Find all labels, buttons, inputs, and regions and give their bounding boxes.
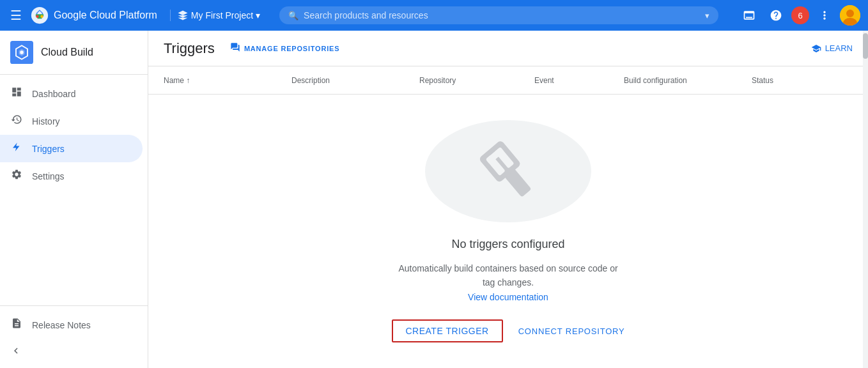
top-nav-icons: 6 — [738, 4, 860, 27]
learn-label: LEARN — [825, 43, 853, 53]
user-avatar[interactable] — [840, 5, 860, 26]
search-bar[interactable]: 🔍 ▾ — [279, 6, 718, 24]
project-selector[interactable]: My First Project ▾ — [170, 10, 260, 21]
sidebar-label-dashboard: Dashboard — [32, 89, 76, 99]
more-options-button[interactable] — [813, 4, 836, 27]
table-header: Name ↑ Description Repository Event Buil… — [148, 66, 868, 95]
col-name[interactable]: Name ↑ — [164, 76, 291, 85]
col-desc-label: Description — [291, 76, 330, 85]
sidebar-label-release-notes: Release Notes — [32, 320, 91, 330]
svg-point-1 — [36, 15, 38, 18]
sidebar-item-dashboard[interactable]: Dashboard — [0, 80, 143, 107]
col-status-label: Status — [752, 76, 773, 85]
col-description: Description — [291, 76, 419, 85]
settings-icon — [10, 169, 23, 183]
main-layout: Cloud Build Dashboard History Triggers — [0, 31, 868, 368]
sidebar-item-settings[interactable]: Settings — [0, 162, 143, 190]
cloud-shell-button[interactable] — [738, 4, 761, 27]
col-repository: Repository — [419, 76, 534, 85]
col-build-label: Build configuration — [624, 76, 687, 85]
product-header: Cloud Build — [0, 31, 148, 75]
search-icon: 🔍 — [288, 11, 298, 20]
empty-description: Automatically build containers based on … — [393, 261, 623, 304]
empty-description-text: Automatically build containers based on … — [398, 263, 617, 288]
col-repo-label: Repository — [419, 76, 456, 85]
project-chevron: ▾ — [256, 10, 260, 20]
view-documentation-link[interactable]: View documentation — [468, 292, 548, 302]
sidebar-label-triggers: Triggers — [32, 144, 65, 154]
project-name: My First Project — [191, 10, 253, 20]
sidebar-bottom: Release Notes — [0, 305, 148, 368]
release-notes-icon — [10, 318, 23, 332]
empty-title: No triggers configured — [451, 238, 564, 251]
sidebar-label-settings: Settings — [32, 171, 65, 181]
learn-button[interactable]: LEARN — [811, 43, 853, 54]
google-cloud-logo: Google Cloud Platform — [31, 6, 157, 24]
dashboard-icon — [10, 86, 23, 101]
help-button[interactable] — [764, 4, 787, 27]
col-name-label: Name ↑ — [164, 76, 190, 85]
svg-point-7 — [20, 50, 23, 54]
sidebar-item-release-notes[interactable]: Release Notes — [0, 311, 143, 339]
search-expand-icon: ▾ — [705, 11, 709, 20]
page-header: Triggers MANAGE REPOSITORIES LEARN — [148, 31, 868, 66]
connect-repository-button[interactable]: CONNECT REPOSITORY — [518, 326, 625, 336]
page-title: Triggers — [164, 40, 215, 57]
svg-point-4 — [846, 10, 854, 17]
history-icon — [10, 114, 23, 128]
main-content: Triggers MANAGE REPOSITORIES LEARN Name … — [148, 31, 868, 368]
svg-point-2 — [40, 15, 43, 18]
vertical-scrollbar[interactable] — [863, 31, 868, 368]
manage-repo-icon — [230, 42, 240, 55]
empty-illustration — [425, 120, 591, 222]
empty-actions: CREATE TRIGGER CONNECT REPOSITORY — [392, 319, 625, 342]
manage-repositories-button[interactable]: MANAGE REPOSITORIES — [230, 42, 339, 55]
search-input[interactable] — [304, 10, 700, 20]
logo-text: Google Cloud Platform — [54, 10, 157, 21]
col-event-label: Event — [534, 76, 554, 85]
col-status: Status — [752, 76, 841, 85]
scrollbar-thumb[interactable] — [863, 33, 868, 59]
empty-state: No triggers configured Automatically bui… — [148, 95, 868, 368]
create-trigger-button[interactable]: CREATE TRIGGER — [392, 319, 503, 342]
manage-repositories-label: MANAGE REPOSITORIES — [244, 45, 339, 52]
sidebar-collapse-button[interactable] — [0, 339, 148, 363]
product-name: Cloud Build — [41, 47, 93, 58]
triggers-icon — [10, 141, 23, 156]
sidebar-label-history: History — [32, 116, 60, 126]
sidebar-item-triggers[interactable]: Triggers — [0, 135, 143, 162]
col-build-configuration: Build configuration — [624, 76, 752, 85]
sidebar: Cloud Build Dashboard History Triggers — [0, 31, 148, 368]
sidebar-item-history[interactable]: History — [0, 107, 143, 135]
sidebar-nav: Dashboard History Triggers Settings — [0, 75, 148, 305]
notification-badge[interactable]: 6 — [791, 6, 809, 24]
top-navigation: ☰ Google Cloud Platform My First Project… — [0, 0, 868, 31]
col-event: Event — [534, 76, 624, 85]
hamburger-menu[interactable]: ☰ — [8, 5, 24, 26]
